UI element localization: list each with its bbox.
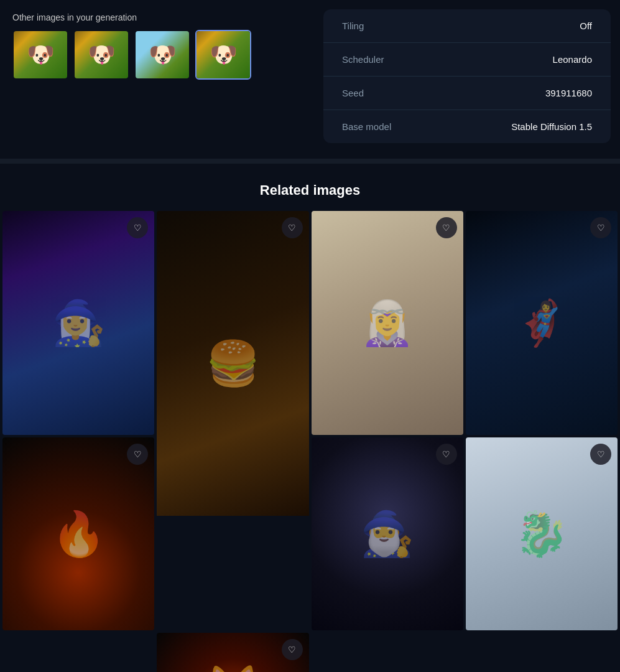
heart-button-7[interactable]: ♡ xyxy=(436,444,457,465)
heart-icon-3: ♡ xyxy=(442,223,450,233)
harry-potter-image: 🧙‍♂️ xyxy=(312,437,463,630)
elf-image: 🧝‍♀️ xyxy=(312,211,463,435)
metadata-panel: Tiling Off Scheduler Leonardo Seed 39191… xyxy=(323,9,611,143)
grid-item-fantasy-woman[interactable]: 🧙‍♀️ ♡ xyxy=(2,211,154,435)
thumbnail-1[interactable]: 🐶 xyxy=(12,30,68,80)
heart-button-4[interactable]: ♡ xyxy=(590,217,611,238)
thumbnail-1-img: 🐶 xyxy=(14,31,67,78)
scheduler-value: Leonardo xyxy=(553,54,592,65)
heart-icon-5: ♡ xyxy=(134,449,142,459)
other-images-label: Other images in your generation xyxy=(12,12,311,22)
thumbnail-row: 🐶 🐶 🐶 🐶 xyxy=(12,30,311,80)
thumbnail-4-img: 🐶 xyxy=(197,31,250,78)
cat-icon: 🐱 xyxy=(206,663,260,673)
heart-button-2[interactable]: ♡ xyxy=(282,217,303,238)
fantasy-woman-image: 🧙‍♀️ xyxy=(2,211,154,435)
heart-icon-7: ♡ xyxy=(442,449,450,459)
burger-icon: 🍔 xyxy=(206,338,260,389)
heart-icon-8: ♡ xyxy=(597,449,605,459)
heart-button-3[interactable]: ♡ xyxy=(436,217,457,238)
goku-icon: 🐉 xyxy=(514,508,568,559)
seed-label: Seed xyxy=(342,88,364,98)
base-model-label: Base model xyxy=(342,121,391,132)
top-section: Other images in your generation 🐶 🐶 🐶 🐶 … xyxy=(0,0,620,159)
heart-button-8[interactable]: ♡ xyxy=(590,444,611,465)
section-divider xyxy=(0,159,620,164)
harry-potter-icon: 🧙‍♂️ xyxy=(360,508,414,559)
dark-girl-icon: 🦸‍♀️ xyxy=(514,297,568,348)
dark-girl-image: 🦸‍♀️ xyxy=(466,211,618,435)
heart-icon-1: ♡ xyxy=(134,223,142,233)
heart-button-1[interactable]: ♡ xyxy=(127,217,148,238)
seed-value: 391911680 xyxy=(545,88,592,98)
fantasy-woman-icon: 🧙‍♀️ xyxy=(52,297,106,348)
related-title: Related images xyxy=(0,182,620,198)
grid-item-cat[interactable]: 🐱 ♡ xyxy=(157,633,308,672)
heart-button-6[interactable]: ♡ xyxy=(282,639,303,660)
related-section: Related images 🧙‍♀️ ♡ 🍔 ♡ 🧝‍♀️ xyxy=(0,164,620,672)
elf-icon: 🧝‍♀️ xyxy=(360,297,414,348)
anime-fire-icon: 🔥 xyxy=(52,508,106,559)
scheduler-row: Scheduler Leonardo xyxy=(323,43,611,77)
seed-row: Seed 391911680 xyxy=(323,77,611,110)
thumbnail-2[interactable]: 🐶 xyxy=(73,30,129,80)
grid-item-dark-girl[interactable]: 🦸‍♀️ ♡ xyxy=(466,211,618,435)
base-model-value: Stable Diffusion 1.5 xyxy=(511,121,592,132)
grid-item-anime-fire[interactable]: 🔥 ♡ xyxy=(2,437,154,630)
anime-fire-image: 🔥 xyxy=(2,437,154,630)
image-grid: 🧙‍♀️ ♡ 🍔 ♡ 🧝‍♀️ ♡ xyxy=(0,211,620,672)
tiling-label: Tiling xyxy=(342,21,364,31)
grid-item-harry-potter[interactable]: 🧙‍♂️ ♡ xyxy=(312,437,463,630)
burger-image: 🍔 xyxy=(157,211,308,516)
scheduler-label: Scheduler xyxy=(342,54,384,65)
thumbnail-3-img: 🐶 xyxy=(136,31,189,78)
base-model-row: Base model Stable Diffusion 1.5 xyxy=(323,110,611,143)
left-panel: Other images in your generation 🐶 🐶 🐶 🐶 xyxy=(0,6,323,146)
thumbnail-4[interactable]: 🐶 xyxy=(195,30,251,80)
tiling-row: Tiling Off xyxy=(323,9,611,43)
grid-item-elf[interactable]: 🧝‍♀️ ♡ xyxy=(312,211,463,435)
heart-button-5[interactable]: ♡ xyxy=(127,444,148,465)
heart-icon-2: ♡ xyxy=(288,223,296,233)
thumbnail-3[interactable]: 🐶 xyxy=(134,30,190,80)
thumbnail-2-img: 🐶 xyxy=(75,31,128,78)
heart-icon-6: ♡ xyxy=(288,645,296,655)
grid-item-goku[interactable]: 🐉 ♡ xyxy=(466,437,618,630)
heart-icon-4: ♡ xyxy=(597,223,605,233)
goku-image: 🐉 xyxy=(466,437,618,630)
grid-item-burger[interactable]: 🍔 ♡ xyxy=(157,211,308,630)
tiling-value: Off xyxy=(580,21,592,31)
